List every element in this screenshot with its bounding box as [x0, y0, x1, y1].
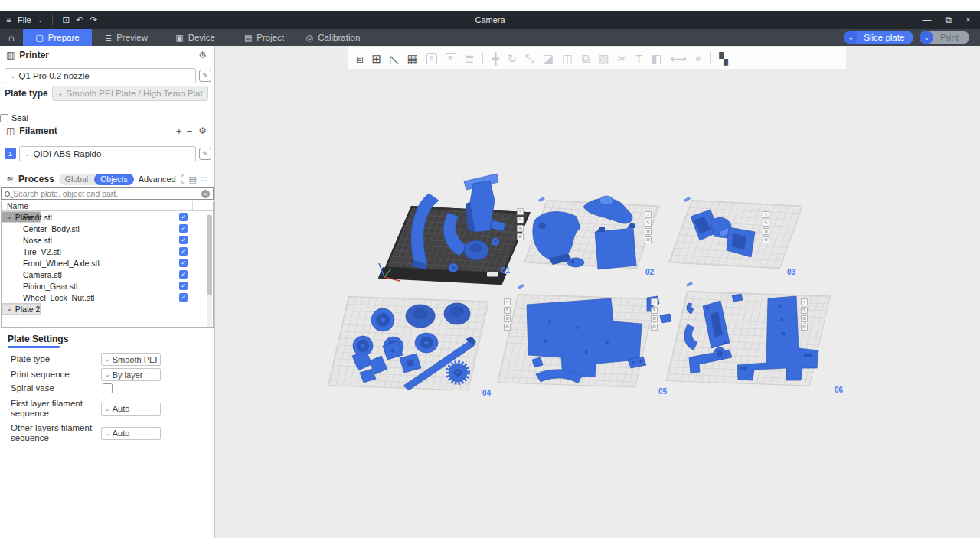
object-row-front-wheel-axle[interactable]: Front_Wheel_Axle.stl ✓	[2, 257, 213, 269]
compare-params-icon[interactable]: ∷	[201, 174, 207, 184]
lock-plate-icon[interactable]: ≣	[651, 315, 658, 322]
arrange-icon[interactable]: ▦	[407, 53, 418, 64]
tab-project[interactable]: ▤ Project	[230, 29, 299, 46]
search-input[interactable]	[13, 189, 198, 198]
slice-options-dropdown[interactable]: ⌄	[844, 31, 858, 44]
redo-icon[interactable]: ↷	[90, 15, 97, 25]
edit-plate-icon[interactable]: ✎	[763, 220, 769, 227]
add-filament-icon[interactable]: +	[176, 126, 182, 137]
printer-settings-gear-icon[interactable]: ⚙	[198, 50, 207, 60]
print-options-dropdown[interactable]: ⌄	[920, 31, 933, 44]
viewport-3d[interactable]: ⧈ ⊞ ◺ ▦ 0 P ≣ ╋ ↻ ⤡ ◪ ◫ ⧉ ▨ ✂ T ◧ ⟷ ⌖ ▚	[215, 46, 980, 538]
lock-plate-icon[interactable]: ≣	[801, 315, 808, 322]
global-toggle[interactable]: Global	[59, 174, 94, 184]
tab-calibration[interactable]: ◎ Calibration	[299, 29, 368, 46]
minimize-button[interactable]: —	[922, 15, 931, 25]
object-row-nose[interactable]: Nose.stl ✓	[2, 234, 213, 246]
lock-plate-icon[interactable]: ≣	[645, 228, 652, 235]
object-row-wheel-lock-nut[interactable]: Wheel_Lock_Nut.stl ✓	[2, 292, 213, 303]
hamburger-menu-icon[interactable]: ≡	[6, 15, 11, 25]
undo-icon[interactable]: ↶	[76, 15, 83, 25]
plate-settings-icon[interactable]: ⚙	[504, 324, 511, 331]
remove-filament-icon[interactable]: −	[187, 126, 193, 137]
seam-icon[interactable]: ⌖	[695, 53, 701, 64]
print-checkbox[interactable]: ✓	[179, 259, 188, 267]
edit-plate-icon[interactable]: ✎	[645, 220, 652, 227]
plate-settings-icon[interactable]: ⚙	[645, 236, 652, 243]
object-row-plate-2[interactable]: ⌄ Plate 2	[2, 303, 41, 315]
chevron-down-icon[interactable]: ⌄	[38, 16, 44, 24]
object-row-pinion-gear[interactable]: Pinion_Gear.stl ✓	[2, 280, 213, 292]
scale-icon[interactable]: ⤡	[525, 53, 534, 64]
paste-icon[interactable]: P	[446, 53, 456, 64]
object-row-tire-v2[interactable]: Tire_V2.stl ✓	[2, 246, 213, 257]
add-plate-icon[interactable]: ⊞	[372, 53, 382, 64]
restore-button[interactable]: ⧉	[945, 15, 952, 25]
plate-type-mini-select[interactable]: ⌄ Smooth PEI ...	[101, 353, 161, 366]
delete-plate-icon[interactable]: ×	[517, 208, 524, 215]
print-checkbox[interactable]: ✓	[179, 282, 188, 290]
spiral-vase-checkbox[interactable]	[103, 383, 113, 393]
plate-settings-icon[interactable]: ⚙	[763, 236, 769, 243]
lock-plate-icon[interactable]: ≣	[763, 228, 769, 235]
delete-plate-icon[interactable]: ×	[504, 298, 511, 305]
delete-plate-icon[interactable]: ×	[763, 211, 769, 218]
object-row-center-body[interactable]: Center_Body.stl ✓	[2, 223, 213, 234]
color-paint-icon[interactable]: ▨	[598, 53, 609, 64]
cut-icon[interactable]: ✂	[617, 53, 627, 64]
text-icon[interactable]: T	[635, 53, 642, 64]
move-icon[interactable]: ╋	[492, 53, 498, 64]
edit-printer-icon[interactable]: ✎	[199, 70, 211, 82]
split-to-objects-icon[interactable]: ◫	[562, 53, 573, 64]
print-button[interactable]: ⌄ Print	[920, 31, 969, 44]
build-plate-02[interactable]	[524, 200, 660, 269]
object-row-front[interactable]: Front.stl ✓	[2, 211, 213, 223]
add-object-icon[interactable]: ⧈	[356, 53, 364, 64]
slice-plate-button[interactable]: ⌄ Slice plate	[844, 31, 913, 44]
assembly-view-icon[interactable]: ▚	[719, 53, 728, 64]
object-row-camera[interactable]: Camera.stl ✓	[2, 269, 213, 280]
variable-layer-height-icon[interactable]: ≣	[465, 53, 475, 64]
edit-plate-icon[interactable]: ✎	[651, 307, 658, 314]
print-checkbox[interactable]: ✓	[179, 247, 188, 256]
build-plate-03[interactable]	[668, 200, 803, 269]
close-button[interactable]: ×	[965, 15, 971, 25]
filament-settings-gear-icon[interactable]: ⚙	[198, 126, 207, 136]
clear-search-icon[interactable]: ×	[201, 190, 210, 198]
first-layer-sequence-select[interactable]: ⌄ Auto	[101, 403, 161, 416]
place-on-face-icon[interactable]: ◪	[543, 53, 554, 64]
objects-toggle[interactable]: Objects	[94, 174, 134, 185]
new-project-icon[interactable]: ⊡	[62, 15, 70, 25]
build-plate-01[interactable]	[384, 206, 531, 275]
file-menu[interactable]: File	[18, 15, 31, 24]
scrollbar-thumb[interactable]	[207, 215, 212, 295]
delete-plate-icon[interactable]: ×	[651, 298, 658, 305]
delete-plate-icon[interactable]: ×	[645, 211, 652, 218]
print-checkbox[interactable]: ✓	[179, 224, 188, 233]
plate-settings-icon[interactable]: ⚙	[801, 324, 808, 331]
print-sequence-select[interactable]: ⌄ By layer	[101, 368, 161, 381]
other-layers-sequence-select[interactable]: ⌄ Auto	[101, 427, 161, 440]
filament-preset-select[interactable]: ⌄ QIDI ABS Rapido	[19, 146, 196, 161]
print-checkbox[interactable]: ✓	[179, 213, 188, 221]
print-checkbox[interactable]: ✓	[179, 293, 188, 302]
split-to-parts-icon[interactable]: ⧉	[581, 53, 590, 64]
plate-settings-icon[interactable]: ⚙	[517, 233, 524, 240]
tab-preview[interactable]: ≣ Preview	[92, 29, 161, 46]
edit-plate-icon[interactable]: ✎	[801, 307, 808, 314]
auto-orient-icon[interactable]: ◺	[390, 53, 399, 64]
edit-filament-icon[interactable]: ✎	[199, 148, 211, 160]
edit-plate-icon[interactable]: ✎	[504, 307, 511, 314]
tab-device[interactable]: ▣ Device	[161, 29, 230, 46]
plate-type-select[interactable]: ⌄ Smooth PEI Plate / High Temp Plate	[52, 86, 208, 101]
printer-preset-select[interactable]: ⌄ Q1 Pro 0.2 nozzle	[5, 68, 196, 83]
lock-plate-icon[interactable]: ≣	[504, 315, 511, 322]
plate-settings-icon[interactable]: ⚙	[651, 324, 658, 331]
list-view-icon[interactable]: ▤	[189, 174, 197, 184]
home-button[interactable]: ⌂	[0, 29, 23, 46]
rotate-icon[interactable]: ↻	[507, 53, 517, 64]
chevron-down-icon[interactable]: ⌄	[7, 305, 12, 312]
delete-plate-icon[interactable]: ×	[801, 298, 808, 305]
print-checkbox[interactable]: ✓	[179, 236, 188, 244]
advanced-toggle[interactable]	[181, 174, 185, 184]
